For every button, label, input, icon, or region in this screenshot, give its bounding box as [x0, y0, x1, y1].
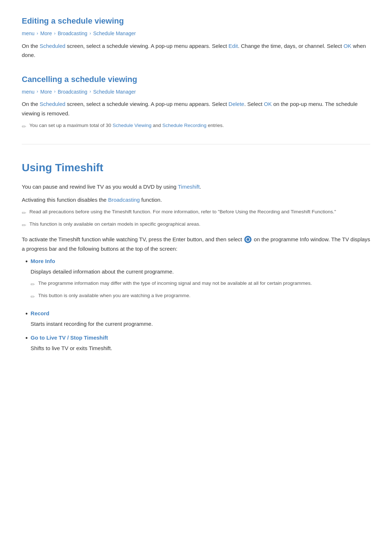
- bullet-desc-go-to-live: Shifts to live TV or exits Timeshift.: [30, 345, 112, 351]
- cancelling-note: ✏ You can set up a maximum total of 30 S…: [22, 122, 370, 131]
- breadcrumb-schedule-manager[interactable]: Schedule Manager: [93, 29, 136, 37]
- more-info-note-2-text: This button is only available when you a…: [38, 292, 190, 300]
- chevron-icon-2: ›: [54, 30, 56, 37]
- timeshift-intro2: Activating this function disables the Br…: [22, 195, 370, 205]
- breadcrumb-schedule-manager-2[interactable]: Schedule Manager: [93, 88, 136, 96]
- cancelling-section: Cancelling a schedule viewing menu › Mor…: [22, 73, 370, 131]
- chevron-icon-4: ›: [37, 88, 38, 95]
- chevron-icon-5: ›: [54, 88, 56, 95]
- bullet-dot-1: •: [25, 257, 28, 266]
- pencil-icon-5: ✏: [30, 292, 35, 301]
- cancelling-note-text: You can set up a maximum total of 30 Sch…: [29, 122, 224, 130]
- link-schedule-recording[interactable]: Schedule Recording: [162, 123, 207, 128]
- timeshift-note-2: ✏ This function is only available on cer…: [22, 220, 370, 230]
- breadcrumb-menu[interactable]: menu: [22, 29, 34, 37]
- link-edit[interactable]: Edit: [229, 43, 238, 49]
- pencil-icon-1: ✏: [22, 122, 26, 131]
- more-info-note-1: ✏ The programme information may differ w…: [30, 279, 370, 289]
- timeshift-note-1: ✏ Read all precautions before using the …: [22, 208, 370, 217]
- bullet-content-record: Record Starts instant recording for the …: [30, 309, 370, 329]
- bullet-label-go-to-live[interactable]: Go to Live TV / Stop Timeshift: [30, 333, 370, 342]
- timeshift-intro1: You can pause and rewind live TV as you …: [22, 182, 370, 192]
- editing-body: On the Scheduled screen, select a schedu…: [22, 41, 370, 60]
- chevron-icon-3: ›: [90, 30, 91, 37]
- bullet-record: • Record Starts instant recording for th…: [25, 309, 370, 329]
- link-scheduled-1[interactable]: Scheduled: [40, 43, 65, 49]
- cancelling-title: Cancelling a schedule viewing: [22, 73, 370, 86]
- link-broadcasting[interactable]: Broadcasting: [108, 197, 140, 203]
- editing-title: Editing a schedule viewing: [22, 15, 370, 27]
- bullet-content-go-to-live: Go to Live TV / Stop Timeshift Shifts to…: [30, 333, 370, 353]
- breadcrumb-broadcasting[interactable]: Broadcasting: [58, 29, 87, 37]
- link-ok-2[interactable]: OK: [264, 101, 272, 107]
- bullet-desc-more-info: Displays detailed information about the …: [30, 268, 173, 275]
- section-divider: [22, 144, 370, 144]
- bullet-more-info: • More Info Displays detailed informatio…: [25, 257, 370, 304]
- more-info-note-2: ✏ This button is only available when you…: [30, 292, 370, 301]
- editing-section: Editing a schedule viewing menu › More ›…: [22, 15, 370, 60]
- timeshift-button-icon: [244, 236, 252, 243]
- bullet-label-record[interactable]: Record: [30, 309, 370, 318]
- pencil-icon-2: ✏: [22, 209, 26, 217]
- timeshift-bullets: • More Info Displays detailed informatio…: [25, 257, 370, 353]
- cancelling-breadcrumb: menu › More › Broadcasting › Schedule Ma…: [22, 88, 370, 96]
- link-delete[interactable]: Delete: [229, 101, 244, 107]
- chevron-icon-6: ›: [90, 88, 91, 95]
- breadcrumb-broadcasting-2[interactable]: Broadcasting: [58, 88, 87, 96]
- bullet-go-to-live: • Go to Live TV / Stop Timeshift Shifts …: [25, 333, 370, 353]
- breadcrumb-more[interactable]: More: [40, 29, 52, 37]
- bullet-dot-3: •: [25, 334, 28, 343]
- timeshift-note-2-text: This function is only available on certa…: [29, 220, 200, 228]
- pencil-icon-4: ✏: [30, 280, 35, 289]
- chevron-icon-1: ›: [37, 30, 38, 37]
- cancelling-body: On the Scheduled screen, select a schedu…: [22, 99, 370, 118]
- editing-breadcrumb: menu › More › Broadcasting › Schedule Ma…: [22, 29, 370, 37]
- link-scheduled-2[interactable]: Scheduled: [40, 101, 65, 107]
- bullet-content-more-info: More Info Displays detailed information …: [30, 257, 370, 304]
- timeshift-activation: To activate the Timeshift function while…: [22, 235, 370, 253]
- bullet-notes-more-info: ✏ The programme information may differ w…: [30, 279, 370, 301]
- link-schedule-viewing[interactable]: Schedule Viewing: [113, 123, 151, 128]
- more-info-note-1-text: The programme information may differ wit…: [38, 279, 312, 287]
- pencil-icon-3: ✏: [22, 221, 26, 230]
- timeshift-note-1-text: Read all precautions before using the Ti…: [29, 208, 336, 216]
- timeshift-section: Using Timeshift You can pause and rewind…: [22, 159, 370, 353]
- bullet-dot-2: •: [25, 309, 28, 319]
- breadcrumb-menu-2[interactable]: menu: [22, 88, 34, 96]
- link-timeshift[interactable]: Timeshift: [178, 184, 200, 190]
- bullet-label-more-info[interactable]: More Info: [30, 257, 370, 266]
- timeshift-title: Using Timeshift: [22, 159, 370, 176]
- bullet-desc-record: Starts instant recording for the current…: [30, 321, 153, 327]
- link-ok-1[interactable]: OK: [343, 43, 351, 49]
- breadcrumb-more-2[interactable]: More: [40, 88, 52, 96]
